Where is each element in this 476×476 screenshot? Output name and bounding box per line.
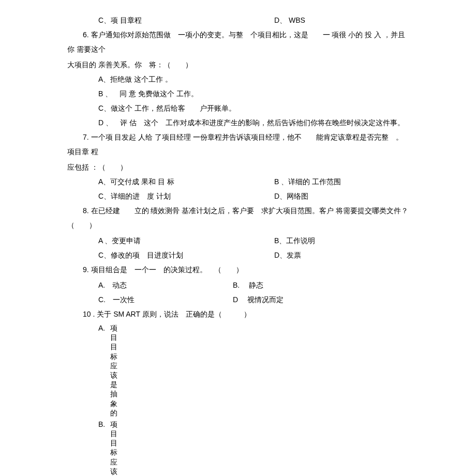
- q10-option-a-text: 项目目标应该是抽象的: [110, 323, 118, 418]
- q6-stem-line1: 6. 客户通知你对原始范围做 一项小的变吏。与整 个项目相比，这是 一 项很 小…: [67, 27, 409, 56]
- q6-option-d: D 、 评 估 这个 工作对成本和进度产生的影响，然后告诉他们你将在晚些时候决定…: [67, 115, 409, 130]
- q8-option-a: A 、变更申请: [98, 233, 274, 248]
- q6-option-c: C、做这个 工作，然后给客 户开账单。: [67, 101, 409, 115]
- q10-option-b-text: 项目目标应该是可: [110, 420, 118, 476]
- q10-option-a: A. 项目目标应该是抽象的: [67, 323, 409, 418]
- q9-options-cd: C. 一次性 D 视情况而定: [67, 292, 409, 307]
- q5-option-c: C、项 目章程: [98, 13, 274, 27]
- q5-options-cd: C、项 目章程 D、 WBS: [67, 13, 409, 27]
- q9-option-c: C. 一次性: [98, 292, 233, 307]
- q7-option-a: A、可交付成 果和 目 标: [98, 174, 274, 189]
- q7-options-cd: C、详细的进 度 计划 D、网络图: [67, 189, 409, 203]
- q8-option-b: B、工作说明: [274, 233, 409, 248]
- q5-option-d: D、 WBS: [274, 13, 409, 27]
- q8-options-ab: A 、变更申请 B、工作说明: [67, 233, 409, 248]
- q9-stem: 9. 项目组合是 一个一 的决策过程。 （ ）: [67, 262, 409, 277]
- q9-option-d: D 视情况而定: [233, 292, 409, 307]
- q9-options-ab: A. 动态 B. 静态: [67, 278, 409, 292]
- q6-option-a: A、拒绝做 这个工作 。: [67, 72, 409, 86]
- q6-option-b: B 、 同 意 免费做这个 工作。: [67, 86, 409, 101]
- q9-option-a: A. 动态: [98, 278, 233, 292]
- q7-stem-line1: 7. 一个项 目发起 人给 了项目经理 一份章程并告诉该项目经理，他不 能肯定该…: [67, 130, 409, 159]
- q7-option-b: B 、详细的 工作范围: [274, 174, 409, 189]
- q9-option-b: B. 静态: [233, 278, 409, 292]
- q8-option-c: C、修改的项 目进度计划: [98, 248, 274, 262]
- q10-option-b-label: B.: [98, 420, 105, 429]
- q6-stem-line2: 大项目的 亲善关系。你 将：（ ）: [67, 57, 409, 72]
- q8-option-d: D、发票: [274, 248, 409, 262]
- q10-stem: 10 . 关于 SM ART 原则，说法 正确的是（ ）: [67, 307, 409, 321]
- q8-options-cd: C、修改的项 目进度计划 D、发票: [67, 248, 409, 262]
- q7-option-d: D、网络图: [274, 189, 409, 203]
- q7-option-c: C、详细的进 度 计划: [98, 189, 274, 203]
- q7-options-ab: A、可交付成 果和 目 标 B 、详细的 工作范围: [67, 174, 409, 189]
- q10-option-a-label: A.: [98, 323, 105, 333]
- q10-option-b: B. 项目目标应该是可: [67, 420, 409, 476]
- q8-stem: 8. 在已经建 立的 绩效测骨 基准计划之后，客户要 求扩大项目范围。客户 将需…: [67, 203, 409, 232]
- q7-stem-line2: 应包括 ：（ ）: [67, 160, 409, 174]
